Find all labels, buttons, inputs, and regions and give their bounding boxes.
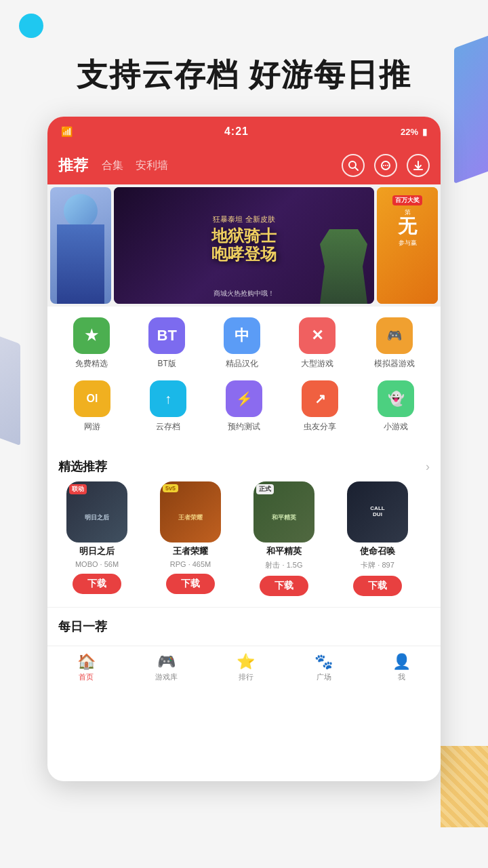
cat-emulator-label: 模拟器游戏 xyxy=(374,358,415,370)
bottom-nav-me[interactable]: 👤 我 xyxy=(392,653,411,682)
me-icon: 👤 xyxy=(392,653,411,671)
cat-big-game[interactable]: ✕ 大型游戏 xyxy=(299,317,336,370)
search-icon[interactable] xyxy=(342,154,365,177)
me-label: 我 xyxy=(398,672,405,682)
game-meta-3: 射击 · 1.5G xyxy=(265,560,302,570)
svg-line-1 xyxy=(355,167,358,170)
cat-free-select-label: 免费精选 xyxy=(75,358,108,370)
cat-free-select[interactable]: ★ 免费精选 xyxy=(73,317,110,370)
game-lib-label: 游戏库 xyxy=(155,672,178,682)
blue-dot xyxy=(19,14,43,38)
game-icon-3[interactable]: 正式 和平精英 xyxy=(253,481,314,542)
home-icon: 🏠 xyxy=(77,653,96,671)
svg-point-4 xyxy=(385,165,386,166)
featured-title: 精选推荐 xyxy=(58,458,107,475)
battery-pct: 22% xyxy=(401,127,418,137)
download-btn-2[interactable]: 下载 xyxy=(166,574,215,594)
game-name-1: 明日之后 xyxy=(79,545,115,557)
ranking-label: 排行 xyxy=(239,672,253,682)
game-meta-2: RPG · 465M xyxy=(170,560,211,568)
cat-pre-test[interactable]: ⚡ 预约测试 xyxy=(226,380,262,433)
bottom-nav-ranking[interactable]: ⭐ 排行 xyxy=(237,653,255,682)
cat-cloud-save-icon: ↑ xyxy=(150,380,186,417)
download-btn-3[interactable]: 下载 xyxy=(260,576,308,596)
bottom-nav-game-lib[interactable]: 🎮 游戏库 xyxy=(155,653,178,682)
cat-big-game-label: 大型游戏 xyxy=(301,358,333,370)
download-icon[interactable] xyxy=(407,154,430,177)
game-meta-1: MOBO · 56M xyxy=(75,560,119,568)
cat-localize[interactable]: 中 精品汉化 xyxy=(224,317,260,370)
featured-section-header: 精选推荐 › xyxy=(47,449,441,481)
status-right: 22% ▮ xyxy=(401,127,427,137)
section-hint: 每日一荐 xyxy=(47,607,441,646)
download-btn-1[interactable]: 下载 xyxy=(73,574,121,594)
nav-bar: 推荐 合集 安利墙 xyxy=(47,146,441,184)
home-label: 首页 xyxy=(79,672,94,682)
game-card-3: 正式 和平精英 和平精英 射击 · 1.5G 下载 xyxy=(240,481,328,596)
cat-bt[interactable]: BT BT版 xyxy=(148,317,185,370)
deco-stripe-left xyxy=(0,334,20,446)
cat-online-label: 网游 xyxy=(84,421,100,433)
cat-big-game-icon: ✕ xyxy=(299,317,336,354)
plaza-label: 广场 xyxy=(317,672,331,682)
game-card-1: 联动 明日之后 明日之后 MOBO · 56M 下载 xyxy=(53,481,141,596)
cat-mini-game[interactable]: 👻 小游戏 xyxy=(378,380,414,433)
banner-left[interactable] xyxy=(50,187,111,304)
bottom-nav-home[interactable]: 🏠 首页 xyxy=(77,653,96,682)
nav-tab-collections[interactable]: 合集 xyxy=(102,159,123,173)
deco-stripe-top xyxy=(454,33,488,184)
game-name-3: 和平精英 xyxy=(266,545,302,557)
cat-online[interactable]: Ol 网游 xyxy=(74,380,110,433)
status-bar: 📶 4:21 22% ▮ xyxy=(47,117,441,146)
game-lib-icon: 🎮 xyxy=(157,653,176,671)
chat-icon[interactable] xyxy=(374,154,397,177)
cat-localize-icon: 中 xyxy=(224,317,260,354)
cat-bt-label: BT版 xyxy=(158,358,176,370)
game-icon-1[interactable]: 联动 明日之后 xyxy=(66,481,127,542)
cat-bt-icon: BT xyxy=(148,317,185,354)
cat-pre-test-icon: ⚡ xyxy=(226,380,262,417)
outer-background: 支持云存档 好游每日推 📶 4:21 22% ▮ 推荐 合集 安利墙 xyxy=(0,0,488,868)
section2-title: 每日一荐 xyxy=(58,620,107,633)
status-left: 📶 xyxy=(61,126,73,137)
cat-bug-share[interactable]: ↗ 虫友分享 xyxy=(302,380,338,433)
cat-cloud-save-label: 云存档 xyxy=(156,421,180,433)
cat-localize-label: 精品汉化 xyxy=(226,358,258,370)
download-btn-4[interactable]: 下载 xyxy=(353,576,402,596)
game-icon-2[interactable]: 5v5 王者荣耀 xyxy=(160,481,221,542)
status-time: 4:21 xyxy=(224,125,249,138)
game-card-2: 5v5 王者荣耀 王者荣耀 RPG · 465M 下载 xyxy=(146,481,235,596)
deco-stripe-bottom-right xyxy=(441,746,488,827)
nav-title[interactable]: 推荐 xyxy=(58,155,88,176)
headline: 支持云存档 好游每日推 xyxy=(77,54,412,96)
banner-center-text: 地狱骑士咆哮登场 xyxy=(211,227,277,263)
cat-mini-game-label: 小游戏 xyxy=(384,421,408,433)
banner-area: 狂暴泰坦 全新皮肤 地狱骑士咆哮登场 商城火热抢购中哦！ 百万大奖 第 无 参与… xyxy=(47,184,441,307)
cat-bug-share-icon: ↗ xyxy=(302,380,338,417)
category-area: ★ 免费精选 BT BT版 中 精品汉化 ✕ 大型游戏 🎮 模拟器游戏 xyxy=(47,307,441,449)
game-list: 联动 明日之后 明日之后 MOBO · 56M 下载 5v5 王者荣耀 xyxy=(47,481,441,607)
banner-center[interactable]: 狂暴泰坦 全新皮肤 地狱骑士咆哮登场 商城火热抢购中哦！ xyxy=(114,187,374,304)
cat-emulator[interactable]: 🎮 模拟器游戏 xyxy=(374,317,415,370)
category-row-1: ★ 免费精选 BT BT版 中 精品汉化 ✕ 大型游戏 🎮 模拟器游戏 xyxy=(54,317,434,370)
nav-tab-recommend[interactable]: 安利墙 xyxy=(136,159,168,173)
svg-point-5 xyxy=(387,165,388,166)
cat-cloud-save[interactable]: ↑ 云存档 xyxy=(150,380,186,433)
game-card-4: CALLDUI 使命召唤 卡牌 · 897 下载 xyxy=(333,481,422,596)
featured-more[interactable]: › xyxy=(426,460,430,474)
svg-point-3 xyxy=(383,165,384,166)
cat-pre-test-label: 预约测试 xyxy=(228,421,260,433)
cat-online-icon: Ol xyxy=(74,380,110,417)
wifi-icon: 📶 xyxy=(61,126,73,137)
ranking-icon: ⭐ xyxy=(237,653,255,671)
game-icon-4[interactable]: CALLDUI xyxy=(347,481,408,542)
battery-icon: ▮ xyxy=(422,127,427,137)
cat-emulator-icon: 🎮 xyxy=(376,317,413,354)
bottom-nav-plaza[interactable]: 🐾 广场 xyxy=(314,653,333,682)
nav-icons xyxy=(342,154,430,177)
cat-bug-share-label: 虫友分享 xyxy=(304,421,336,433)
category-row-2: Ol 网游 ↑ 云存档 ⚡ 预约测试 ↗ 虫友分享 👻 小游戏 xyxy=(54,380,434,433)
phone-frame: 📶 4:21 22% ▮ 推荐 合集 安利墙 xyxy=(47,117,441,781)
cat-free-select-icon: ★ xyxy=(73,317,110,354)
banner-right[interactable]: 百万大奖 第 无 参与赢 xyxy=(377,187,438,304)
